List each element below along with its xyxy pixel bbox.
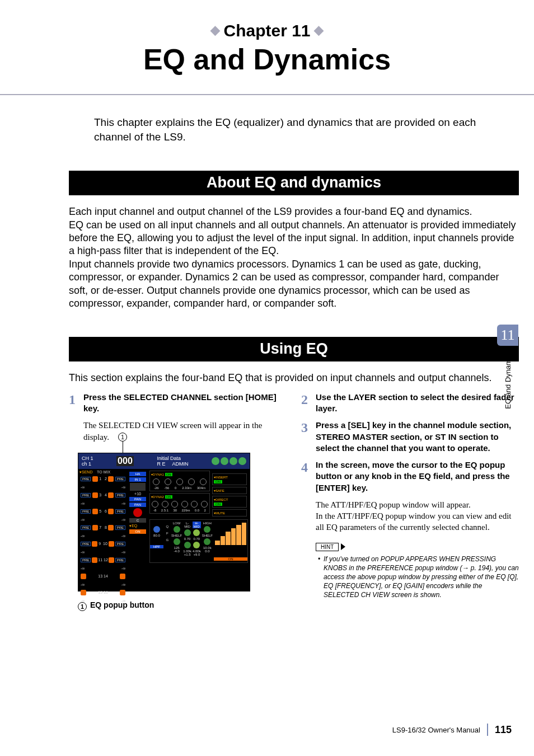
dyna1-block: ▾DYNA1 ON -26-5602.33m304m <box>149 471 210 491</box>
diamond-icon: ◆ <box>207 23 223 37</box>
manual-title: LS9-16/32 Owner's Manual <box>392 726 480 734</box>
hint-box: HINT If you've turned on POPUP APPEARS W… <box>316 541 519 600</box>
step-body: The ATT/HPF/EQ popup window will appear.… <box>316 499 519 533</box>
section-body-about: Each input channel and output channel of… <box>69 205 519 310</box>
selected-ch-view-screenshot: CH 1 ch 1 000 Initial Data R E ADMIN <box>78 453 250 591</box>
step-number: 2 <box>301 392 316 415</box>
st-indicators <box>212 457 246 465</box>
hint-text: If you've turned on POPUP APPEARS WHEN P… <box>324 555 519 600</box>
side-tags: ▾INSERTON ▾SAFE ▾DIRECTON ▾MUTE <box>211 471 248 519</box>
left-column: 1 Press the SELECTED CHANNEL section [HO… <box>69 392 287 611</box>
step-number: 3 <box>301 420 316 454</box>
chapter-title: EQ and Dynamics <box>0 43 534 76</box>
section-intro-using-eq: This section explains the four-band EQ t… <box>69 372 519 384</box>
dynamics-eq-panel: ▾DYNA1 ON -26-5602.33m304m ▾DYNA2 ON <box>148 469 250 589</box>
hint-label: HINT <box>316 543 339 551</box>
chapter-intro: This chapter explains the EQ (equalizer)… <box>94 115 494 144</box>
section-heading-about: About EQ and dynamics <box>69 171 519 195</box>
step-heading: Press a [SEL] key in the channel module … <box>316 420 519 454</box>
step-body: The SELECTED CH VIEW screen will appear … <box>83 420 287 443</box>
step-heading: In the screen, move the cursor to the EQ… <box>316 459 519 494</box>
step-number: 1 <box>69 392 83 415</box>
send-panel: ▾SEND TO MIX PRE1 2PRE -∞-∞ PRE3 4PRE -∞… <box>78 469 128 589</box>
diamond-icon: ◆ <box>311 23 327 37</box>
level-meter <box>214 522 247 546</box>
section-heading-using-eq: Using EQ <box>69 337 519 361</box>
step-1: 1 Press the SELECTED CHANNEL section [HO… <box>69 392 287 415</box>
scene-number: 000 <box>116 456 134 466</box>
divider <box>487 724 488 736</box>
dyna2-block: ▾DYNA2 ON -82.5:130229m0.02 <box>149 493 210 514</box>
step-heading: Press the SELECTED CHANNEL section [HOME… <box>83 392 287 415</box>
step-heading: Use the LAYER section to select the desi… <box>316 392 519 415</box>
chapter-header: ◆Chapter 11◆ EQ and Dynamics <box>0 0 534 76</box>
callout-marker: 1 <box>118 433 130 442</box>
page-tab: 11 EQ and Dynamics <box>497 325 518 411</box>
eq-block: 80.0 HPF Q F G LOWSHELF125-4.0 <box>149 519 248 563</box>
page-tab-number: 11 <box>497 325 518 346</box>
chapter-label: ◆Chapter 11◆ <box>0 21 534 40</box>
center-strip: HA IN 1 +10 PAN PAN C ▾EQ ON <box>128 469 148 589</box>
step-2: 2 Use the LAYER section to select the de… <box>301 392 519 415</box>
page-number: 115 <box>495 724 512 736</box>
step-number: 4 <box>301 459 316 494</box>
arrow-icon <box>341 543 345 550</box>
right-column: 2 Use the LAYER section to select the de… <box>301 392 519 611</box>
callout-line <box>123 442 123 453</box>
step-3: 3 Press a [SEL] key in the channel modul… <box>301 420 519 454</box>
page-footer: LS9-16/32 Owner's Manual 115 <box>392 724 512 736</box>
step-4: 4 In the screen, move the cursor to the … <box>301 459 519 494</box>
screenshot-titlebar: CH 1 ch 1 000 Initial Data R E ADMIN <box>78 453 250 469</box>
page-tab-label: EQ and Dynamics <box>504 350 512 411</box>
